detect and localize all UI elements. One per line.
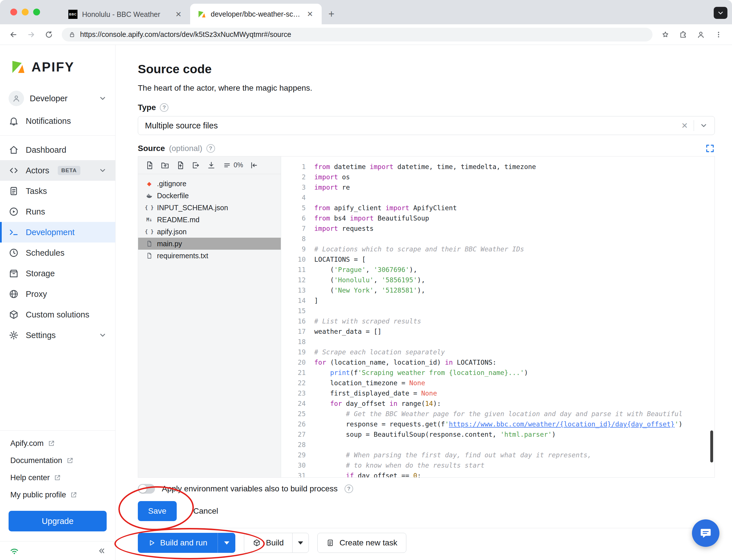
chevron-down-icon[interactable] [700,122,708,130]
reload-button[interactable] [41,27,57,42]
code-line[interactable]: 11 ('Prague', '3067696'), [281,265,715,275]
code-line[interactable]: 15 [281,306,715,316]
tab-apify-console[interactable]: developer/bbc-weather-scrape ✕ [190,4,322,24]
code-line[interactable]: 7import requests [281,223,715,234]
code-line[interactable]: 13 ('New York', '5128581'), [281,285,715,295]
minimize-window-button[interactable] [22,9,29,15]
editor-scrollbar-thumb[interactable] [710,430,713,462]
code-editor[interactable]: 1from datetime import datetime, time, ti… [281,156,715,477]
build-options-button[interactable] [292,533,309,553]
bookmark-button[interactable] [658,27,673,42]
code-line[interactable]: 25 # Get the BBC Weather page for the gi… [281,409,715,419]
forward-button[interactable] [23,27,39,42]
file-row-gitignore[interactable]: ◆ .gitignore [138,178,281,190]
new-folder-icon[interactable] [160,161,170,170]
new-file-icon[interactable] [145,161,154,170]
import-file-icon[interactable] [191,161,201,170]
back-button[interactable] [6,27,21,42]
code-line[interactable]: 1from datetime import datetime, time, ti… [281,162,715,172]
code-line[interactable]: 26 response = requests.get(f'https://www… [281,419,715,429]
code-line[interactable]: 19# Scrape each location separately [281,347,715,357]
build-and-run-label: Build and run [160,538,207,547]
code-line[interactable]: 9# Locations which to scrape and their B… [281,244,715,254]
cancel-button[interactable]: Cancel [193,507,218,516]
file-row-input-schema[interactable]: { } INPUT_SCHEMA.json [138,202,281,214]
sidebar-item-settings[interactable]: Settings [0,325,115,345]
extensions-button[interactable] [675,27,691,42]
sidebar-item-schedules[interactable]: Schedules [0,243,115,263]
build-and-run-options-button[interactable] [218,533,235,553]
build-and-run-button[interactable]: Build and run [138,533,218,553]
sidebar-item-runs[interactable]: Runs [0,201,115,222]
zoom-control[interactable]: 0% [223,161,243,169]
code-line[interactable]: 29 # When parsing the first day, find ou… [281,450,715,460]
code-line[interactable]: 23 first_displayed_date = None [281,388,715,398]
code-line[interactable]: 3import re [281,182,715,192]
file-row-readme[interactable]: M↓ README.md [138,214,281,226]
sidebar-item-custom-solutions[interactable]: Custom solutions [0,304,115,325]
link-apify-com[interactable]: Apify.com [0,435,115,452]
type-help-icon[interactable]: ? [160,103,168,112]
link-help-center[interactable]: Help center [0,469,115,486]
code-line[interactable]: 21 print(f'Scraping weather from {locati… [281,368,715,378]
code-line[interactable]: 20for (location_name, location_id) in LO… [281,357,715,368]
link-documentation[interactable]: Documentation [0,452,115,469]
code-line[interactable]: 17weather_data = [] [281,326,715,337]
code-line[interactable]: 4 [281,192,715,203]
download-icon[interactable] [207,161,216,170]
new-tab-button[interactable]: + [325,7,338,21]
file-row-apify-json[interactable]: { } apify.json [138,226,281,238]
tab-bbc-weather[interactable]: BBC Honolulu - BBC Weather ✕ [62,4,190,24]
create-new-task-button[interactable]: Create new task [318,533,406,553]
code-line[interactable]: 8 [281,234,715,244]
browser-menu-button[interactable] [711,27,726,42]
sidebar-item-tasks[interactable]: Tasks [0,181,115,201]
link-my-public-profile[interactable]: My public profile [0,486,115,503]
file-row-dockerfile[interactable]: Dockerfile [138,190,281,202]
profile-button[interactable] [693,27,709,42]
env-variables-toggle[interactable] [138,484,155,494]
collapse-left-icon[interactable] [249,161,259,170]
code-line[interactable]: 27 soup = BeautifulSoup(response.content… [281,429,715,440]
collapse-sidebar-icon[interactable] [97,546,106,555]
sidebar-item-storage[interactable]: Storage [0,263,115,284]
code-line[interactable]: 5from apify_client import ApifyClient [281,203,715,213]
sidebar-item-notifications[interactable]: Notifications [0,111,115,131]
sidebar-item-proxy[interactable]: Proxy [0,284,115,304]
clear-select-icon[interactable]: ✕ [681,121,688,130]
close-tab-icon[interactable]: ✕ [305,10,315,18]
sidebar-item-actors[interactable]: Actors BETA [0,160,115,181]
build-button[interactable]: Build [244,533,292,553]
close-window-button[interactable] [10,9,17,15]
code-line[interactable]: 18 [281,337,715,347]
code-line[interactable]: 10LOCATIONS = [ [281,254,715,265]
file-row-main-py[interactable]: main.py [138,238,281,250]
address-bar[interactable]: https://console.apify.com/actors/dev/k5t… [62,28,652,41]
code-line[interactable]: 24 for day_offset in range(14): [281,398,715,409]
upload-file-icon[interactable] [176,161,185,170]
code-line[interactable]: 2import os [281,172,715,182]
code-line[interactable]: 30 # to know when do the results start [281,460,715,470]
code-line[interactable]: 22 location_timezone = None [281,378,715,388]
file-row-requirements[interactable]: requirements.txt [138,250,281,262]
code-line[interactable]: 16# List with scraped results [281,316,715,326]
code-line[interactable]: 12 ('Honolulu', '5856195'), [281,275,715,285]
sidebar-item-development[interactable]: Development [0,222,115,243]
account-switcher[interactable]: Developer [0,86,115,111]
source-help-icon[interactable]: ? [207,144,215,153]
code-line[interactable]: 6from bs4 import BeautifulSoup [281,213,715,223]
env-help-icon[interactable]: ? [345,484,353,493]
upgrade-button[interactable]: Upgrade [9,511,107,531]
code-line[interactable]: 28 [281,440,715,450]
fullscreen-window-button[interactable] [33,9,40,15]
chat-widget-button[interactable] [692,519,719,547]
code-line[interactable]: 31 if day_offset == 0: [281,470,715,477]
tab-search-button[interactable] [714,7,727,19]
close-tab-icon[interactable]: ✕ [174,10,183,19]
source-type-select[interactable]: Multiple source files ✕ [138,116,715,135]
save-button[interactable]: Save [138,501,177,521]
fullscreen-expand-icon[interactable] [705,144,715,153]
code-line[interactable]: 14] [281,295,715,306]
sidebar-item-dashboard[interactable]: Dashboard [0,140,115,160]
apify-logo[interactable]: APIFY [0,57,115,76]
